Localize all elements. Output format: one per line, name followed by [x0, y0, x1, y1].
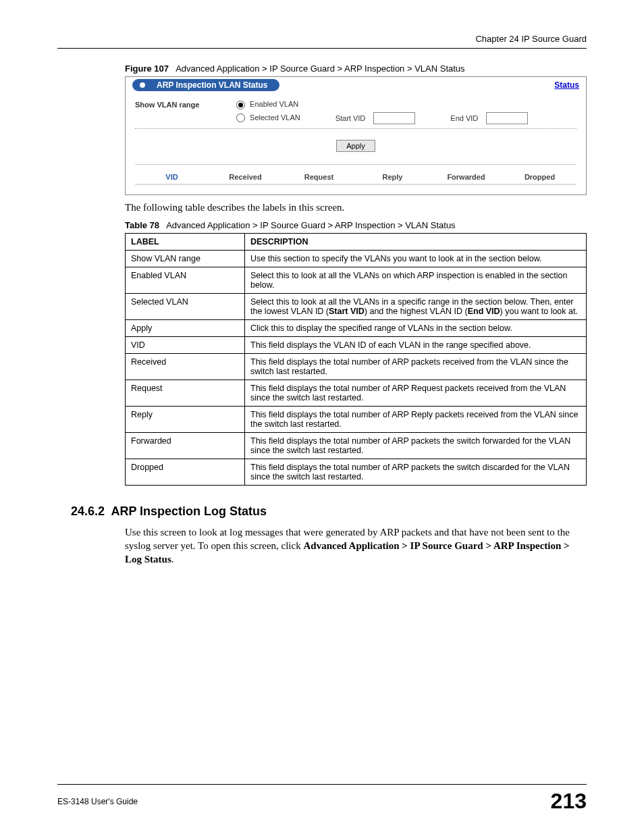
table-row: Reply This field displays the total numb… [126, 406, 587, 432]
section-number: 24.6.2 [71, 504, 105, 518]
cell-desc: Click this to display the specified rang… [245, 319, 587, 336]
panel-title: ARP Inspection VLAN Status [132, 79, 279, 91]
cell-label: Apply [126, 319, 245, 336]
col-received: Received [209, 173, 282, 181]
table-row: VID This field displays the VLAN ID of e… [126, 336, 587, 353]
panel-divider [135, 164, 576, 165]
section-heading: 24.6.2 ARP Inspection Log Status [71, 504, 587, 519]
page-header: Chapter 24 IP Source Guard [57, 34, 587, 48]
panel-title-text: ARP Inspection VLAN Status [153, 79, 279, 91]
cell-desc: This field displays the VLAN ID of each … [245, 336, 587, 353]
col-dropped: Dropped [503, 173, 576, 181]
result-divider [135, 184, 576, 185]
show-vlan-range-label: Show VLAN range [135, 101, 236, 109]
cell-label: Forwarded [126, 432, 245, 459]
start-vid-label: Start VID [336, 114, 366, 122]
th-label: LABEL [126, 233, 245, 250]
apply-button[interactable]: Apply [336, 140, 375, 152]
figure-caption-text: Advanced Application > IP Source Guard >… [176, 63, 464, 74]
footer-left-text: ES-3148 User's Guide [57, 797, 138, 806]
selected-vlan-radio[interactable] [236, 113, 245, 122]
start-vid-input[interactable] [373, 112, 415, 124]
cell-label: Request [126, 380, 245, 406]
section-paragraph: Use this screen to look at log messages … [125, 525, 587, 567]
table-row: Selected VLAN Select this to look at all… [126, 293, 587, 319]
enabled-vlan-radio[interactable] [236, 101, 245, 109]
cell-desc: This field displays the total number of … [245, 432, 587, 459]
label-description-table: LABEL DESCRIPTION Show VLAN range Use th… [125, 233, 587, 486]
table-caption-text: Advanced Application > IP Source Guard >… [166, 220, 455, 230]
footer-divider [57, 784, 587, 785]
cell-label: Selected VLAN [126, 293, 245, 319]
header-divider [57, 48, 587, 49]
table-caption: Table 78 Advanced Application > IP Sourc… [125, 220, 587, 230]
cell-label: Show VLAN range [126, 250, 245, 267]
end-vid-input[interactable] [486, 112, 528, 124]
section-text: . [171, 554, 174, 565]
desc-bold: End VID [468, 307, 500, 316]
table-row: Forwarded This field displays the total … [126, 432, 587, 459]
status-link[interactable]: Status [554, 80, 579, 90]
page-footer: ES-3148 User's Guide 213 [57, 779, 587, 814]
col-request: Request [282, 173, 356, 181]
table-row: Dropped This field displays the total nu… [126, 459, 587, 485]
cell-desc: Use this section to specify the VLANs yo… [245, 250, 587, 267]
cell-desc: Select this to look at all the VLANs on … [245, 267, 587, 293]
th-description: DESCRIPTION [245, 233, 587, 250]
figure-label: Figure 107 [125, 63, 169, 74]
cell-desc: This field displays the total number of … [245, 353, 587, 380]
cell-desc: Select this to look at all the VLANs in … [245, 293, 587, 319]
desc-part: ) you want to look at. [500, 307, 578, 316]
table-row: Received This field displays the total n… [126, 353, 587, 380]
cell-label: Enabled VLAN [126, 267, 245, 293]
cell-label: VID [126, 336, 245, 353]
panel-title-icon [132, 79, 153, 91]
cell-label: Received [126, 353, 245, 380]
cell-label: Dropped [126, 459, 245, 485]
selected-vlan-label: Selected VLAN [250, 113, 300, 122]
col-reply: Reply [356, 173, 429, 181]
page-number: 213 [551, 789, 587, 814]
col-vid: VID [135, 173, 209, 181]
table-row: Show VLAN range Use this section to spec… [126, 250, 587, 267]
intro-paragraph: The following table describes the labels… [125, 202, 587, 213]
section-title: ARP Inspection Log Status [111, 504, 267, 518]
table-label: Table 78 [125, 220, 159, 230]
header-text: Chapter 24 IP Source Guard [475, 34, 587, 44]
table-row: Request This field displays the total nu… [126, 380, 587, 406]
desc-bold: Start VID [329, 307, 365, 316]
table-row: Enabled VLAN Select this to look at all … [126, 267, 587, 293]
arp-vlan-status-panel: ARP Inspection VLAN Status Status Show V… [125, 76, 587, 195]
result-columns-header: VID Received Request Reply Forwarded Dro… [135, 169, 576, 182]
cell-label: Reply [126, 406, 245, 432]
end-vid-label: End VID [450, 114, 478, 122]
cell-desc: This field displays the total number of … [245, 406, 587, 432]
figure-caption: Figure 107 Advanced Application > IP Sou… [125, 63, 587, 74]
desc-part: ) and the highest VLAN ID ( [365, 307, 468, 316]
col-forwarded: Forwarded [429, 173, 503, 181]
cell-desc: This field displays the total number of … [245, 380, 587, 406]
enabled-vlan-label: Enabled VLAN [250, 100, 298, 108]
cell-desc: This field displays the total number of … [245, 459, 587, 485]
table-row: Apply Click this to display the specifie… [126, 319, 587, 336]
